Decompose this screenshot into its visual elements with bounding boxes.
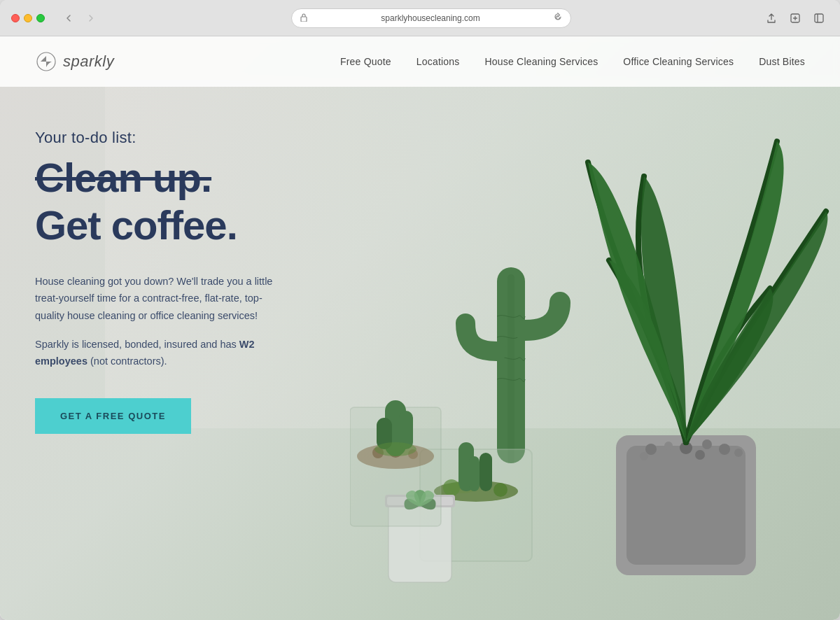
sidebar-button[interactable] (809, 10, 829, 26)
nav-link-office-cleaning[interactable]: Office Cleaning Services (623, 56, 734, 67)
nav-links: Free Quote Locations House Cleaning Serv… (340, 55, 805, 68)
hero-description: House cleaning got you down? We'll trade… (35, 273, 287, 325)
nav-item-dust-bites[interactable]: Dust Bites (759, 55, 805, 68)
todo-label: Your to-do list: (35, 129, 350, 147)
trust-plain: Sparkly is licensed, bonded, insured and… (35, 339, 239, 350)
cta-button[interactable]: GET A FREE QUOTE (35, 398, 191, 434)
traffic-lights (11, 14, 45, 22)
website-content: sparkly Free Quote Locations House Clean… (0, 36, 840, 620)
logo[interactable]: sparkly (35, 50, 114, 73)
sparkly-logo-icon (35, 50, 57, 73)
address-bar-container: sparklyhousecleaning.com (109, 8, 753, 28)
url-text: sparklyhousecleaning.com (312, 13, 550, 23)
close-button[interactable] (11, 14, 20, 22)
nav-link-house-cleaning[interactable]: House Cleaning Services (485, 56, 598, 67)
maximize-button[interactable] (36, 14, 45, 22)
svg-rect-0 (301, 17, 307, 22)
minimize-button[interactable] (24, 14, 32, 22)
trust-suffix: (not contractors). (88, 355, 167, 367)
nav-item-house-cleaning[interactable]: House Cleaning Services (485, 55, 598, 68)
nav-link-locations[interactable]: Locations (416, 56, 460, 67)
svg-rect-2 (815, 14, 823, 22)
browser-window: sparklyhousecleaning.com (0, 0, 840, 620)
main-heading: Get coffee. (35, 203, 350, 248)
address-bar[interactable]: sparklyhousecleaning.com (291, 8, 571, 28)
browser-actions (762, 10, 829, 26)
hero-section: Your to-do list: Clean up. Get coffee. H… (0, 87, 385, 476)
forward-button[interactable] (81, 10, 101, 26)
site-navigation: sparkly Free Quote Locations House Clean… (0, 36, 840, 87)
nav-item-free-quote[interactable]: Free Quote (340, 55, 391, 68)
svg-point-35 (37, 52, 55, 71)
trust-statement: Sparkly is licensed, bonded, insured and… (35, 336, 287, 370)
back-button[interactable] (59, 10, 78, 26)
logo-text: sparkly (63, 52, 114, 71)
share-button[interactable] (762, 10, 781, 26)
refresh-icon[interactable] (554, 13, 562, 23)
new-tab-button[interactable] (785, 10, 805, 26)
nav-item-office-cleaning[interactable]: Office Cleaning Services (623, 55, 734, 68)
strikethrough-heading: Clean up. (35, 155, 350, 200)
browser-controls (59, 10, 101, 26)
nav-item-locations[interactable]: Locations (416, 55, 460, 68)
nav-link-dust-bites[interactable]: Dust Bites (759, 56, 805, 67)
nav-link-free-quote[interactable]: Free Quote (340, 56, 391, 67)
browser-titlebar: sparklyhousecleaning.com (0, 0, 840, 36)
lock-icon (300, 13, 307, 23)
